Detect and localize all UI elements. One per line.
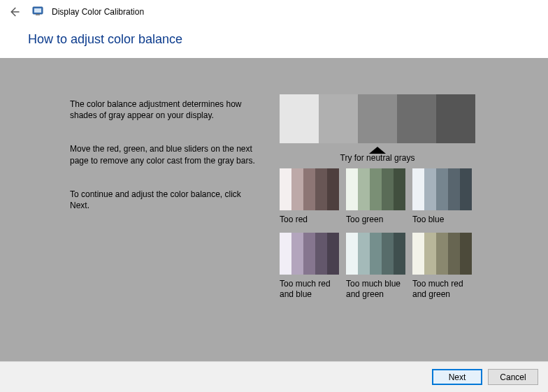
swatch-shade — [448, 168, 460, 210]
gray-shade — [280, 94, 319, 143]
swatch-shade — [460, 168, 472, 210]
swatch-shade — [358, 233, 370, 275]
example-swatch — [412, 168, 472, 210]
gray-shade — [436, 94, 475, 143]
swatch-shade — [424, 168, 436, 210]
cancel-button[interactable]: Cancel — [488, 369, 538, 385]
app-icon — [32, 6, 43, 19]
swatch-shade — [436, 233, 448, 275]
instruction-para-3: To continue and adjust the color balance… — [70, 189, 262, 211]
example-label: Too much red and green — [412, 279, 472, 299]
instruction-column: The color balance adjustment determines … — [70, 99, 262, 233]
example-swatch — [280, 233, 339, 275]
neutral-gray-bar — [280, 94, 475, 143]
neutral-label: Try for neutral grays — [280, 153, 475, 163]
swatch-shade — [412, 168, 424, 210]
gray-shade — [358, 94, 397, 143]
example-label: Too green — [346, 215, 405, 224]
example-label: Too much red and blue — [280, 279, 339, 299]
swatch-shade — [382, 168, 394, 210]
swatch-shade — [346, 168, 358, 210]
swatch-shade — [303, 233, 315, 275]
swatch-shade — [370, 168, 382, 210]
content-body: The color balance adjustment determines … — [0, 58, 548, 361]
footer: Next Cancel — [0, 361, 548, 392]
swatch-shade — [280, 233, 291, 275]
window-title: Display Color Calibration — [52, 7, 144, 17]
swatch-shade — [358, 168, 370, 210]
example-label: Too much blue and green — [346, 279, 405, 299]
titlebar: Display Color Calibration — [0, 0, 548, 24]
svg-rect-2 — [34, 8, 41, 13]
swatch-shade — [315, 168, 327, 210]
page-title: How to adjust color balance — [28, 32, 520, 47]
swatch-shade — [327, 168, 339, 210]
example-label: Too blue — [412, 215, 472, 224]
swatch-shade — [394, 168, 405, 210]
swatch-shade — [382, 233, 394, 275]
example-label: Too red — [280, 215, 339, 224]
example-grid: Too redToo greenToo blueToo much red and… — [280, 168, 479, 303]
swatch-shade — [315, 233, 327, 275]
svg-rect-3 — [36, 14, 40, 15]
swatch-shade — [370, 233, 382, 275]
next-button[interactable]: Next — [432, 369, 482, 385]
swatch-shade — [291, 168, 303, 210]
swatch-shade — [436, 168, 448, 210]
swatch-shade — [291, 233, 303, 275]
gray-shade — [319, 94, 358, 143]
content-header: How to adjust color balance — [0, 24, 548, 58]
instruction-para-1: The color balance adjustment determines … — [70, 99, 262, 121]
example-swatch — [280, 168, 339, 210]
instruction-para-2: Move the red, green, and blue sliders on… — [70, 143, 262, 166]
swatch-shade — [327, 233, 339, 275]
swatch-shade — [412, 233, 424, 275]
example-swatch — [412, 233, 472, 275]
swatch-shade — [280, 168, 291, 210]
swatch-shade — [346, 233, 358, 275]
swatch-shade — [424, 233, 436, 275]
example-swatch — [346, 233, 405, 275]
example-swatch — [346, 168, 405, 210]
swatch-shade — [394, 233, 405, 275]
swatch-shade — [303, 168, 315, 210]
swatch-shade — [460, 233, 472, 275]
examples-column: Try for neutral grays Too redToo greenTo… — [280, 94, 482, 303]
back-button[interactable] — [6, 3, 22, 20]
swatch-shade — [448, 233, 460, 275]
gray-shade — [397, 94, 436, 143]
